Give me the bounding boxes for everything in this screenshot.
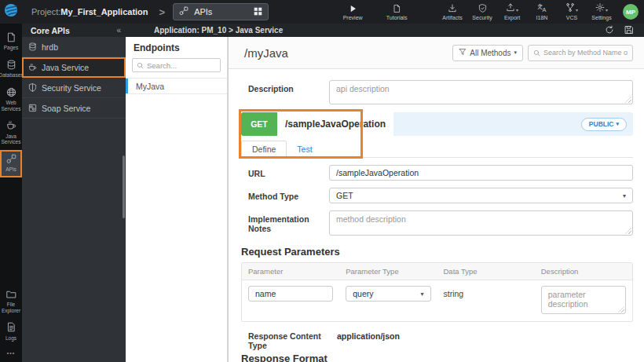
visibility-dropdown[interactable]: PUBLIC ▾ (581, 118, 627, 131)
project-label: Project:My_First_Application (31, 7, 148, 16)
rail-label: APIs (5, 166, 16, 172)
wavemaker-logo-icon (4, 3, 18, 20)
rail-item-apis[interactable]: APIs (0, 150, 22, 177)
caret-down-icon: ▾ (420, 291, 423, 298)
core-apis-item-hrdb[interactable]: hrdb (22, 37, 126, 57)
all-methods-filter[interactable]: All Methods ▾ (452, 45, 523, 61)
rail-item-logs[interactable]: Logs (0, 318, 22, 346)
funnel-icon (459, 48, 467, 57)
vcs-button[interactable]: ▾ VCS (560, 3, 584, 20)
rail-label: File Explorer (0, 302, 22, 313)
chevron-right-icon: > (159, 6, 166, 18)
response-content-type-label: Response Content Type (241, 331, 329, 350)
rail-item-web-services[interactable]: Web Services (0, 83, 22, 116)
tab-define[interactable]: Define (241, 141, 287, 158)
endpoints-search-input[interactable] (147, 61, 216, 70)
column-header: Parameter Type (339, 263, 437, 280)
column-header: Description (535, 263, 632, 280)
panel-scrollbar[interactable] (123, 155, 125, 218)
endpoints-title: Endpoints (126, 37, 227, 57)
response-format-heading: Response Format (241, 353, 633, 362)
parameter-description-textarea[interactable] (541, 286, 626, 314)
rail-label: Logs (5, 335, 16, 341)
rail-item-databases[interactable]: Databases (0, 56, 22, 83)
tutorials-button[interactable]: Tutorials (385, 3, 408, 20)
endpoints-search[interactable] (132, 58, 221, 72)
log-file-icon (6, 322, 16, 333)
app-logo[interactable] (0, 0, 22, 24)
tab-test[interactable]: Test (287, 141, 322, 157)
artifacts-label: Artifacts (442, 15, 462, 20)
method-type-select[interactable]: GET ▾ (329, 188, 633, 203)
operation-path[interactable]: /sampleJavaOperation (277, 112, 393, 136)
rail-label: Java Services (0, 133, 22, 145)
description-label: Description (241, 80, 329, 93)
parameter-type-select[interactable]: query ▾ (346, 286, 430, 302)
api-title: /myJava (244, 46, 452, 60)
settings-button[interactable]: ▾ Settings (590, 3, 613, 20)
caret-down-icon: ▾ (516, 7, 518, 13)
i18n-button[interactable]: A I18N (530, 3, 554, 20)
vcs-label: VCS (566, 15, 577, 20)
method-badge[interactable]: GET (241, 112, 277, 136)
play-icon (349, 3, 357, 13)
collapse-panel-icon[interactable]: « (116, 26, 121, 35)
method-search[interactable] (528, 45, 633, 61)
operation-bar-spacer (393, 112, 581, 136)
tab-apis-label: APIs (194, 7, 212, 16)
document-icon (393, 3, 401, 13)
user-avatar[interactable]: MP (623, 4, 639, 20)
coffee-cup-icon (28, 63, 37, 71)
grid-icon[interactable] (254, 5, 262, 19)
shield-icon (28, 83, 37, 92)
rail-item-file-explorer[interactable]: File Explorer (0, 285, 22, 318)
url-input[interactable] (329, 165, 633, 181)
parameter-name-input[interactable] (248, 286, 333, 302)
rail-item-java-services[interactable]: Java Services (0, 116, 22, 149)
i18n-label: I18N (536, 15, 548, 20)
database-icon (28, 42, 37, 51)
rail-item-pages[interactable]: Pages (0, 28, 22, 56)
endpoint-item-myjava[interactable]: MyJava (126, 78, 227, 94)
save-icon[interactable] (624, 24, 634, 38)
export-button[interactable]: ▾ Export (500, 3, 524, 20)
operation-bar: GET /sampleJavaOperation PUBLIC ▾ (241, 112, 633, 136)
core-apis-item-security-service[interactable]: Security Service (22, 78, 126, 98)
description-row: Description (241, 80, 633, 104)
method-type-value: GET (336, 191, 623, 200)
refresh-icon[interactable] (605, 24, 614, 38)
operation-block: GET /sampleJavaOperation PUBLIC ▾ Define… (241, 112, 633, 158)
core-apis-item-java-service[interactable]: Java Service (22, 57, 126, 78)
rail-spacer (0, 177, 22, 285)
artifacts-button[interactable]: Artifacts (441, 3, 464, 20)
parameter-type-value: query (353, 289, 420, 298)
preview-button[interactable]: Preview (341, 3, 364, 20)
caret-down-icon: ▾ (514, 49, 517, 56)
rail-label: Pages (4, 45, 18, 50)
core-apis-title: Core APIs (31, 26, 116, 35)
url-label: URL (241, 165, 329, 178)
caret-down-icon: ▾ (616, 121, 619, 127)
response-content-type-value: application/json (337, 331, 400, 350)
core-apis-item-soap-service[interactable]: Soap Service (22, 98, 126, 119)
settings-label: Settings (591, 15, 611, 20)
table-row: query ▾ string (242, 280, 632, 321)
left-rail: Pages Databases Web Services Java Servic… (0, 24, 22, 362)
search-icon (533, 46, 540, 60)
description-textarea[interactable] (329, 80, 633, 104)
core-apis-item-label: Soap Service (42, 104, 90, 113)
method-type-label: Method Type (241, 188, 329, 201)
implementation-notes-label: Implementation Notes (241, 210, 329, 233)
tab-apis[interactable]: APIs (173, 3, 269, 20)
method-search-input[interactable] (543, 49, 628, 57)
all-methods-label: All Methods (470, 49, 510, 57)
search-icon (137, 58, 144, 72)
implementation-notes-textarea[interactable] (329, 210, 633, 236)
api-editor-header: /myJava All Methods ▾ (229, 37, 644, 69)
core-apis-item-label: hrdb (42, 42, 58, 52)
upload-tray-icon (506, 2, 515, 13)
request-parameters-table-header: Parameter Parameter Type Data Type Descr… (242, 263, 632, 280)
globe-icon (6, 87, 16, 98)
security-button[interactable]: Security (470, 3, 494, 20)
more-options-icon[interactable]: ••• (0, 346, 22, 362)
